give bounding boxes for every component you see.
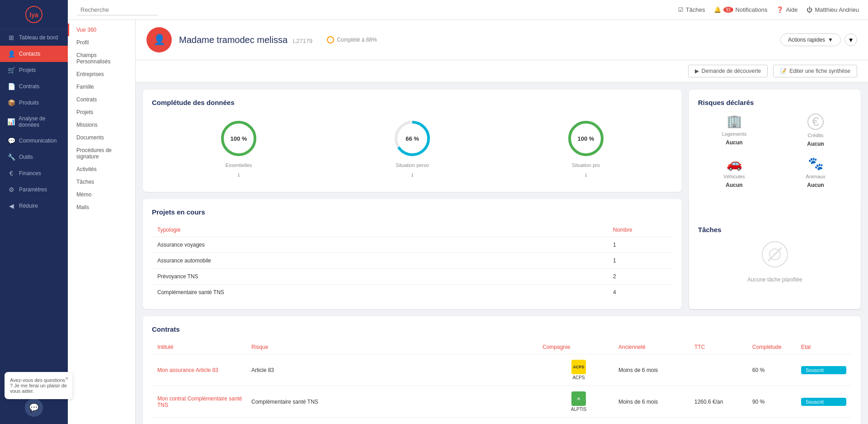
svg-text:100 %: 100 % bbox=[231, 135, 247, 142]
demande-decouverte-button[interactable]: ▶ Demande de découverte bbox=[688, 65, 768, 77]
sub-sidebar-activites[interactable]: Activités bbox=[68, 163, 135, 176]
content-area: Vue 360 Profil Champs Personnalisés Entr… bbox=[68, 20, 868, 424]
sidebar-item-projets[interactable]: 🛒 Projets bbox=[0, 62, 68, 78]
contrat-anciennete-2: Moins de 6 mois bbox=[618, 399, 691, 405]
risques-title: Risques déclarés bbox=[698, 99, 852, 106]
sub-sidebar-projets[interactable]: Projets bbox=[68, 106, 135, 119]
profile-id: L27179 bbox=[293, 38, 312, 44]
sub-sidebar-memo[interactable]: Mémo bbox=[68, 188, 135, 201]
sidebar-item-tableau-de-bord[interactable]: ⊞ Tableau de bord bbox=[0, 29, 68, 46]
sidebar-item-communication[interactable]: 💬 Communication bbox=[0, 133, 68, 149]
circle-essentielles: 100 % Essentielles ℹ bbox=[218, 118, 259, 178]
table-row: Complémentaire santé TNS 4 bbox=[152, 285, 673, 300]
projets-table-body[interactable]: Assurance voyages 1 Assurance automobile… bbox=[152, 237, 673, 300]
sidebar: lya ⊞ Tableau de bord 👤 Contacts 🛒 Proje… bbox=[0, 0, 68, 424]
sub-sidebar-documents[interactable]: Documents bbox=[68, 131, 135, 144]
contrat-ttc-2: 1260.6 €/an bbox=[694, 399, 749, 405]
sidebar-item-parametres[interactable]: ⚙ Paramètres bbox=[0, 181, 68, 198]
sub-sidebar-vue360[interactable]: Vue 360 bbox=[68, 24, 135, 36]
chat-support-button[interactable]: 💬 bbox=[25, 399, 43, 417]
sidebar-item-outils[interactable]: 🔧 Outils bbox=[0, 149, 68, 165]
circles-row: 100 % Essentielles ℹ 66 % bbox=[152, 114, 673, 183]
editer-label: Editer une fiche synthèse bbox=[789, 68, 850, 74]
tools-icon: 🔧 bbox=[7, 153, 15, 161]
sidebar-item-finances[interactable]: € Finances bbox=[0, 165, 68, 181]
sidebar-label: Contacts bbox=[19, 51, 40, 57]
search-input[interactable] bbox=[77, 5, 158, 15]
svg-text:100 %: 100 % bbox=[578, 135, 594, 142]
sub-sidebar-missions[interactable]: Missions bbox=[68, 119, 135, 131]
profile-actions: Actions rapides ▼ ▼ bbox=[780, 33, 857, 46]
actions-rapides-button[interactable]: Actions rapides ▼ bbox=[780, 33, 841, 46]
sub-sidebar-profil[interactable]: Profil bbox=[68, 36, 135, 49]
gear-icon: ⚙ bbox=[7, 186, 15, 193]
sub-sidebar-entreprises[interactable]: Entreprises bbox=[68, 68, 135, 81]
contrat-etat-2: Souscrit bbox=[801, 398, 846, 406]
euro-icon: € bbox=[7, 170, 15, 177]
user-menu[interactable]: ⏻ Matthieu Andrieu bbox=[807, 6, 859, 13]
notifications-button[interactable]: 🔔 91 Notifications bbox=[714, 6, 767, 13]
sidebar-item-produits[interactable]: 📦 Produits bbox=[0, 95, 68, 111]
no-tasks-icon bbox=[761, 241, 788, 273]
taches-button[interactable]: ☑ Tâches bbox=[678, 6, 705, 13]
donut-situation-perso: 66 % bbox=[392, 118, 433, 159]
sub-sidebar: Vue 360 Profil Champs Personnalisés Entr… bbox=[68, 20, 136, 424]
risque-vehicules-value: Aucun bbox=[726, 182, 742, 188]
power-icon: ⏻ bbox=[807, 6, 812, 13]
contrat-link-2[interactable]: Mon contrat Complémentaire santé TNS bbox=[157, 395, 248, 408]
sidebar-item-analyse-donnees[interactable]: 📊 Analyse de données bbox=[0, 111, 68, 133]
projets-table-header: Typologie Nombre bbox=[152, 223, 673, 237]
completion-circle bbox=[327, 36, 334, 43]
essentielles-label: Essentielles bbox=[226, 162, 252, 168]
circle-situation-perso: 66 % Situation perso ℹ bbox=[392, 118, 433, 178]
company-badge-2: A ALPTIS bbox=[542, 391, 615, 412]
sub-sidebar-champs-personnalises[interactable]: Champs Personnalisés bbox=[68, 49, 135, 68]
sidebar-item-contrats[interactable]: 📄 Contrats bbox=[0, 78, 68, 95]
chart-icon: 📊 bbox=[7, 118, 15, 125]
contrat-anciennete-1: Moins de 6 mois bbox=[618, 367, 691, 373]
sub-sidebar-mails[interactable]: Mails bbox=[68, 201, 135, 214]
expand-button[interactable]: ▼ bbox=[844, 33, 857, 46]
sidebar-item-contacts[interactable]: 👤 Contacts bbox=[0, 46, 68, 62]
sidebar-label: Finances bbox=[19, 170, 41, 176]
sidebar-logo: lya bbox=[0, 0, 68, 29]
projets-col-type: Typologie bbox=[157, 227, 613, 233]
contrat-risque-2: Complémentaire santé TNS bbox=[251, 399, 539, 405]
check-icon: ☑ bbox=[678, 6, 684, 13]
sub-sidebar-contrats[interactable]: Contrats bbox=[68, 93, 135, 106]
topbar: ☑ Tâches 🔔 91 Notifications ❓ Aide ⏻ Mat… bbox=[68, 0, 868, 20]
expand-icon: ▼ bbox=[848, 37, 854, 43]
contrat-completude-2: 90 % bbox=[752, 399, 797, 405]
contrat-row: Mon assurance Article 83 Article 83 ACPS… bbox=[152, 354, 852, 386]
contrat-link-1[interactable]: Mon assurance Article 83 bbox=[157, 367, 248, 373]
document-icon: 📄 bbox=[7, 83, 15, 90]
sub-sidebar-procedures[interactable]: Procédures de signature bbox=[68, 144, 135, 163]
risque-logements-value: Aucun bbox=[726, 139, 742, 146]
editer-fiche-button[interactable]: 📝 Editer une fiche synthèse bbox=[773, 65, 857, 77]
projet-type: Assurance automobile bbox=[157, 257, 613, 264]
completion-badge: Complété à 88% bbox=[327, 36, 377, 43]
sub-sidebar-famille[interactable]: Famille bbox=[68, 81, 135, 93]
sidebar-item-reduire[interactable]: ◀ Réduire bbox=[0, 198, 68, 214]
contrats-col-etat: Etat bbox=[801, 344, 846, 350]
circle-situation-pro: 100 % Situation pro ℹ bbox=[566, 118, 606, 178]
projet-type: Prévoyance TNS bbox=[157, 273, 613, 280]
contrats-col-completude: Complétude bbox=[752, 344, 797, 350]
bell-icon: 🔔 bbox=[714, 6, 721, 13]
table-row: Assurance automobile 1 bbox=[152, 253, 673, 269]
user-name: Matthieu Andrieu bbox=[815, 6, 859, 13]
sidebar-label: Tableau de bord bbox=[19, 34, 58, 41]
taches-card: Tâches Aucune tâche planifiée bbox=[689, 199, 861, 309]
risque-logements-label: Logements bbox=[722, 131, 746, 137]
box-icon: 📦 bbox=[7, 99, 15, 106]
table-row: Prévoyance TNS 2 bbox=[152, 269, 673, 285]
help-text: Avez-vous des questions ? Je me ferai un… bbox=[10, 377, 67, 394]
paw-icon: 🐾 bbox=[808, 156, 824, 171]
sub-sidebar-taches[interactable]: Tâches bbox=[68, 176, 135, 188]
contrats-col-intitule: Intitulé bbox=[157, 344, 248, 350]
grid-icon: ⊞ bbox=[7, 34, 15, 41]
aide-button[interactable]: ❓ Aide bbox=[776, 6, 797, 13]
page-content: 👤 Madame tramodec melissa L27179 Complét… bbox=[136, 20, 868, 424]
notifications-label: Notifications bbox=[736, 6, 768, 13]
help-widget-close[interactable]: × bbox=[65, 375, 69, 382]
